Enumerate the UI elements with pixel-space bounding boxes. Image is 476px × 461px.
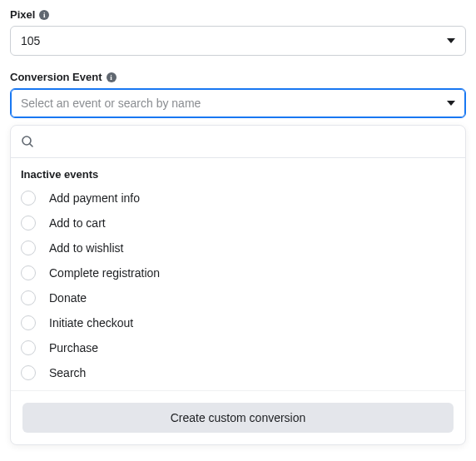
chevron-down-icon [447,38,455,43]
dropdown-search-input[interactable] [41,134,455,149]
pixel-select-value: 105 [21,34,40,47]
conversion-event-select[interactable]: Select an event or search by name [10,88,466,118]
event-option[interactable]: Complete registration [11,260,465,285]
event-option-label: Add to wishlist [49,241,123,255]
radio-icon [21,290,36,305]
event-option-label: Add payment info [49,191,140,205]
event-option[interactable]: Add payment info [11,186,465,211]
event-option[interactable]: Initiate checkout [11,310,465,335]
radio-icon [21,365,36,380]
dropdown-footer: Create custom conversion [11,390,465,444]
event-list[interactable]: Inactive events Add payment infoAdd to c… [11,158,465,390]
radio-icon [21,191,36,206]
pixel-label-text: Pixel [10,8,35,21]
info-icon[interactable]: i [39,10,49,20]
pixel-label: Pixel i [10,8,466,21]
event-option-label: Purchase [49,341,98,354]
svg-line-1 [30,144,32,146]
conversion-event-label: Conversion Event i [10,71,466,83]
event-option[interactable]: Search [11,360,465,385]
conversion-event-placeholder: Select an event or search by name [21,97,201,110]
search-icon [21,135,34,148]
radio-icon [21,340,36,355]
event-option[interactable]: Purchase [11,335,465,360]
create-custom-conversion-button[interactable]: Create custom conversion [22,403,454,433]
event-option[interactable]: Add to cart [11,211,465,235]
event-option-label: Add to cart [49,216,106,230]
radio-icon [21,315,36,330]
event-option-label: Initiate checkout [49,316,133,330]
conversion-event-dropdown: Inactive events Add payment infoAdd to c… [10,125,466,445]
info-icon[interactable]: i [107,72,117,82]
conversion-event-label-text: Conversion Event [10,71,102,83]
radio-icon [21,216,36,230]
radio-icon [21,240,36,255]
event-option[interactable]: Donate [11,285,465,310]
dropdown-search-row [11,126,465,158]
event-option[interactable]: Add to wishlist [11,235,465,260]
event-option-label: Search [49,366,86,379]
pixel-select[interactable]: 105 [10,26,466,56]
radio-icon [21,265,36,280]
event-option-label: Complete registration [49,266,160,280]
chevron-down-icon [447,101,455,106]
event-option-label: Donate [49,291,87,305]
event-group-header: Inactive events [11,161,465,186]
